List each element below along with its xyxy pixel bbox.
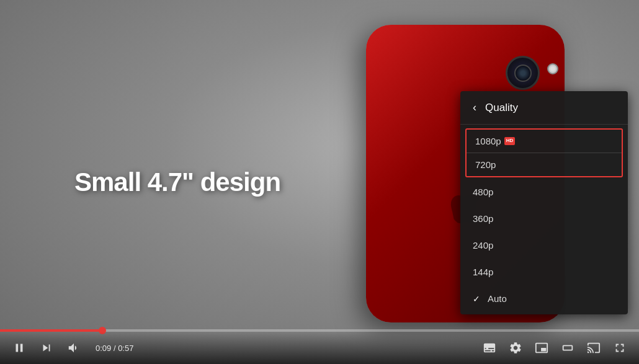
- time-display: 0:09 / 0:57: [96, 344, 133, 353]
- quality-label-360p: 360p: [473, 213, 493, 224]
- quality-label-720p: 720p: [475, 159, 496, 170]
- fullscreen-button[interactable]: [610, 339, 629, 357]
- pause-button[interactable]: [10, 339, 29, 357]
- cast-icon: [587, 341, 601, 355]
- theater-icon: [561, 341, 574, 355]
- quality-label-144p: 144p: [473, 267, 493, 277]
- iphone-camera: [506, 56, 540, 90]
- iphone-camera-lens: [514, 64, 532, 82]
- iphone-flash: [547, 63, 558, 74]
- quality-menu-title: Quality: [485, 102, 518, 114]
- quality-option-144p[interactable]: 144p: [460, 259, 628, 285]
- quality-selected-group[interactable]: 1080p HD 720p: [465, 128, 623, 177]
- hd-badge: HD: [504, 137, 516, 144]
- quality-option-360p[interactable]: 360p: [460, 205, 628, 232]
- settings-button[interactable]: [506, 339, 525, 357]
- quality-option-auto[interactable]: ✓ Auto: [460, 285, 628, 312]
- quality-option-720p[interactable]: 720p: [467, 153, 622, 176]
- quality-label-1080p: 1080p: [475, 136, 501, 146]
- quality-label-auto: Auto: [488, 293, 507, 304]
- quality-options-list: 1080p HD 720p 480p 360p 240p 144p ✓: [460, 125, 628, 314]
- auto-check-icon: ✓: [473, 294, 480, 304]
- controls-right: [480, 339, 629, 357]
- controls-left: 0:09 / 0:57: [10, 339, 133, 357]
- controls-bar: 0:09 / 0:57: [0, 332, 639, 364]
- settings-icon: [509, 341, 522, 355]
- quality-menu-popup: ‹ Quality 1080p HD 720p 480p 360p: [460, 91, 628, 314]
- theater-mode-button[interactable]: [558, 339, 577, 357]
- quality-menu-header: ‹ Quality: [460, 91, 628, 125]
- pause-icon: [12, 341, 26, 355]
- subtitles-button[interactable]: [480, 339, 499, 357]
- quality-back-icon[interactable]: ‹: [473, 101, 476, 114]
- quality-label-240p: 240p: [473, 240, 493, 251]
- next-icon: [40, 341, 53, 355]
- next-button[interactable]: [37, 339, 56, 357]
- miniplayer-icon: [535, 341, 548, 355]
- video-container: Small 4.7" design ‹ Quality 1080p HD 720…: [0, 0, 639, 364]
- subtitles-icon: [483, 341, 496, 355]
- miniplayer-button[interactable]: [532, 339, 551, 357]
- video-text-overlay: Small 4.7" design: [74, 167, 280, 197]
- quality-option-480p[interactable]: 480p: [460, 179, 628, 205]
- volume-button[interactable]: [65, 339, 83, 357]
- quality-option-1080p[interactable]: 1080p HD: [467, 130, 622, 153]
- quality-option-240p[interactable]: 240p: [460, 232, 628, 259]
- quality-label-480p: 480p: [473, 187, 493, 197]
- volume-icon: [67, 341, 81, 355]
- cast-button[interactable]: [584, 339, 603, 357]
- fullscreen-icon: [613, 341, 627, 355]
